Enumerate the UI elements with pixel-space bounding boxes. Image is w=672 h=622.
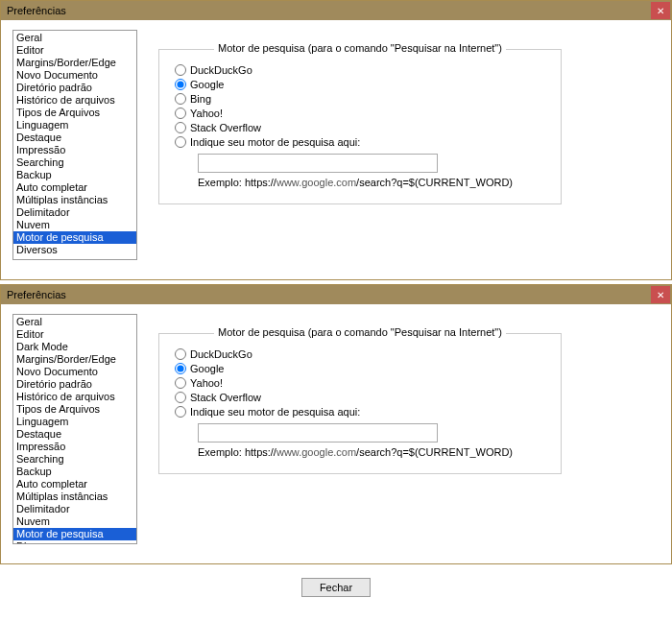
radio-label: DuckDuckGo [190,348,252,360]
preferences-window: Preferências✕GeralEditorDark ModeMargins… [0,284,672,564]
window-content: GeralEditorMargins/Border/EdgeNovo Docum… [1,20,671,279]
sidebar-item[interactable]: Nuvem [13,219,136,231]
example-text: Exemplo: https://www.google.com/search?q… [198,446,545,458]
search-engine-radio[interactable] [175,136,186,148]
search-engine-radio[interactable] [175,108,186,119]
radio-row: Stack Overflow [175,392,545,403]
radio-label: Bing [190,93,211,105]
sidebar-item[interactable]: Dark Mode [13,341,136,353]
title-bar: Preferências✕ [1,285,671,304]
radio-label: Indique seu motor de pesquisa aqui: [190,136,360,148]
sidebar-item[interactable]: Linguagem [13,416,136,428]
radio-row: Yahoo! [175,108,545,119]
radio-row: Yahoo! [175,377,545,389]
search-engine-radio[interactable] [175,93,186,105]
search-engine-radio[interactable] [175,348,186,360]
sidebar-item[interactable]: Delimitador [13,503,136,515]
sidebar-item[interactable]: Múltiplas instâncias [13,490,136,503]
close-icon[interactable]: ✕ [651,2,670,19]
sidebar-item[interactable]: Margins/Border/Edge [13,57,136,69]
sidebar-item[interactable]: Geral [13,316,136,328]
sidebar-item[interactable]: Tipos de Arquivos [13,403,136,416]
radio-label: Google [190,79,224,90]
sidebar-item[interactable]: Motor de pesquisa [13,528,136,540]
example-prefix: Exemplo: https:// [198,177,276,188]
sidebar-item[interactable]: Novo Documento [13,366,136,378]
close-button[interactable]: Fechar [301,578,371,597]
radio-row: Indique seu motor de pesquisa aqui: [175,136,545,148]
example-host: www.google.com [276,177,356,188]
search-engine-fieldset: Motor de pesquisa (para o comando "Pesqu… [158,333,562,474]
sidebar-item[interactable]: Editor [13,44,136,57]
search-engine-radio[interactable] [175,64,186,76]
search-engine-radio[interactable] [175,406,186,418]
custom-section: Exemplo: https://www.google.com/search?q… [198,154,545,188]
radio-row: Bing [175,93,545,105]
sidebar: GeralEditorDark ModeMargins/Border/EdgeN… [12,314,137,544]
search-engine-fieldset: Motor de pesquisa (para o comando "Pesqu… [158,49,562,204]
example-rest: /search?q=$(CURRENT_WORD) [356,177,513,188]
sidebar-item[interactable]: Nuvem [13,515,136,528]
custom-search-input[interactable] [198,423,438,443]
radio-label: DuckDuckGo [190,64,252,76]
sidebar-item[interactable]: Impressão [13,441,136,453]
radio-label: Yahoo! [190,377,223,389]
close-icon[interactable]: ✕ [651,286,670,303]
radio-row: DuckDuckGo [175,64,545,76]
sidebar-item[interactable]: Auto completar [13,478,136,490]
search-engine-radio[interactable] [175,363,186,374]
sidebar-item[interactable]: Diretório padrão [13,378,136,391]
example-text: Exemplo: https://www.google.com/search?q… [198,177,545,188]
custom-section: Exemplo: https://www.google.com/search?q… [198,423,545,458]
sidebar-item[interactable]: Diretório padrão [13,82,136,94]
custom-search-input[interactable] [198,154,438,173]
radio-label: Indique seu motor de pesquisa aqui: [190,406,360,418]
sidebar-item[interactable]: Destaque [13,132,136,144]
sidebar-item[interactable]: Searching [13,156,136,169]
sidebar-item[interactable]: Diversos [13,540,136,544]
window-title: Preferências [7,5,66,16]
search-engine-radio[interactable] [175,79,186,90]
sidebar-item[interactable]: Novo Documento [13,69,136,82]
search-engine-radio[interactable] [175,392,186,403]
search-engine-radio[interactable] [175,377,186,389]
search-engine-radio[interactable] [175,122,186,133]
example-host: www.google.com [276,446,356,458]
radio-label: Yahoo! [190,108,223,119]
example-prefix: Exemplo: https:// [198,446,276,458]
sidebar-item[interactable]: Múltiplas instâncias [13,194,136,206]
sidebar-item[interactable]: Editor [13,328,136,341]
sidebar-item[interactable]: Backup [13,466,136,478]
radio-row: Stack Overflow [175,122,545,133]
fieldset-legend-text: Motor de pesquisa (para o comando "Pesqu… [214,42,506,54]
fieldset-legend: Motor de pesquisa (para o comando "Pesqu… [159,326,561,338]
radio-row: Indique seu motor de pesquisa aqui: [175,406,545,418]
window-title: Preferências [7,289,66,300]
title-bar: Preferências✕ [1,1,671,20]
main-panel: Motor de pesquisa (para o comando "Pesqu… [149,314,660,550]
radio-row: Google [175,79,545,90]
fieldset-legend: Motor de pesquisa (para o comando "Pesqu… [159,42,561,54]
sidebar-item[interactable]: Geral [13,32,136,44]
fieldset-legend-text: Motor de pesquisa (para o comando "Pesqu… [214,326,506,338]
radio-label: Stack Overflow [190,392,261,403]
sidebar-item[interactable]: Linguagem [13,119,136,132]
radio-row: Google [175,363,545,374]
sidebar-item[interactable]: Motor de pesquisa [13,231,136,244]
sidebar-item[interactable]: Backup [13,169,136,181]
radio-row: DuckDuckGo [175,348,545,360]
preferences-window: Preferências✕GeralEditorMargins/Border/E… [0,0,672,280]
sidebar-item[interactable]: Tipos de Arquivos [13,107,136,119]
sidebar-item[interactable]: Margins/Border/Edge [13,353,136,366]
radio-label: Stack Overflow [190,122,261,133]
sidebar: GeralEditorMargins/Border/EdgeNovo Docum… [12,30,137,260]
sidebar-item[interactable]: Auto completar [13,181,136,194]
sidebar-item[interactable]: Destaque [13,428,136,441]
sidebar-item[interactable]: Delimitador [13,206,136,219]
sidebar-item[interactable]: Searching [13,453,136,466]
sidebar-item[interactable]: Histórico de arquivos [13,94,136,107]
radio-label: Google [190,363,224,374]
sidebar-item[interactable]: Histórico de arquivos [13,391,136,403]
sidebar-item[interactable]: Diversos [13,244,136,256]
sidebar-item[interactable]: Impressão [13,144,136,156]
